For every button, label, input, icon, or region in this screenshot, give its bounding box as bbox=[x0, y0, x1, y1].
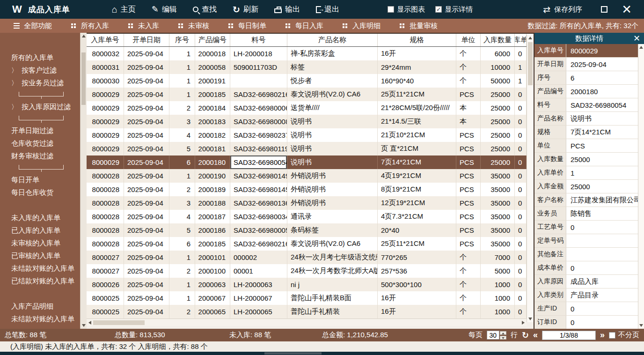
details-value[interactable]: 1 bbox=[566, 166, 638, 179]
table-row[interactable]: 80000262025-09-0412000063LH-2000063ni j5… bbox=[87, 278, 534, 291]
details-value[interactable]: 江苏建发集团有限公司 bbox=[566, 193, 638, 207]
sidebar-item[interactable]: 〉按业务员过滤 bbox=[0, 77, 80, 89]
sidebar-item[interactable]: 未结款对账的入库单 bbox=[0, 313, 80, 325]
column-header[interactable]: 序号 bbox=[169, 34, 195, 46]
sidebar-item[interactable]: 已审核的入库单 bbox=[0, 250, 80, 262]
table-row[interactable]: 80000292025-09-0462000180SAD32-66980054说… bbox=[87, 155, 534, 169]
table-row[interactable]: 80000292025-09-0422000184SAD32-66980006送… bbox=[87, 101, 534, 115]
per-page-input[interactable] bbox=[487, 331, 499, 340]
sidebar-item[interactable]: 仓库收货过滤 bbox=[0, 137, 80, 150]
table-row[interactable]: 80000292025-09-0442000182SAD32-66980237说… bbox=[87, 128, 534, 142]
hscroll-thumb[interactable] bbox=[93, 320, 145, 325]
column-header[interactable]: 单位 bbox=[456, 34, 481, 46]
details-value[interactable] bbox=[566, 234, 638, 247]
unchecked-checkbox-icon[interactable] bbox=[388, 6, 394, 13]
sidebar-item[interactable]: 每日仓库收货 bbox=[0, 186, 80, 199]
toolbar-item-7[interactable]: 批量审核 bbox=[393, 19, 445, 33]
table-row[interactable]: 80000292025-09-0432000183SAD32-66980008说… bbox=[87, 115, 534, 128]
details-value[interactable]: 成品入库 bbox=[566, 275, 638, 288]
column-header[interactable]: 入库单号 bbox=[87, 34, 124, 46]
page-indicator-input[interactable] bbox=[542, 331, 596, 340]
unchecked-checkbox-icon[interactable] bbox=[609, 332, 615, 339]
table-row[interactable]: 80000282025-09-0432000188SAD32-66980136外… bbox=[87, 196, 534, 210]
sidebar-item[interactable]: 〉按客户过滤 bbox=[0, 64, 80, 77]
show-details-toggle[interactable]: ✓显示详情 bbox=[435, 5, 473, 14]
sidebar-item[interactable]: 未入库的入库单 bbox=[0, 212, 80, 224]
toolbar-item-3[interactable]: 未审核 bbox=[171, 19, 216, 33]
table-row[interactable]: 80000282025-09-0462000185SAD32-66980216泰… bbox=[87, 237, 534, 251]
sidebar-item[interactable]: 财务审核过滤 bbox=[0, 150, 80, 163]
scroll-left-icon[interactable] bbox=[88, 321, 91, 325]
column-header[interactable]: 产品名称 bbox=[287, 34, 378, 46]
sidebar-item[interactable]: 未审核的入库单 bbox=[0, 237, 80, 250]
table-row[interactable]: 80000302025-09-0412000191悦步者160*90*40个50… bbox=[87, 74, 534, 88]
toolbar-item-6[interactable]: 入库明细 bbox=[336, 19, 388, 33]
details-value[interactable]: 8000029 bbox=[566, 44, 638, 57]
close-button[interactable]: ✕ bbox=[622, 5, 632, 14]
table-row[interactable]: 80000252025-09-0422000065LH-2000065普陀山手礼… bbox=[87, 305, 534, 318]
details-close-icon[interactable]: ✕ bbox=[633, 33, 640, 44]
menu-item-exit[interactable]: 退出 bbox=[308, 0, 347, 19]
no-paging-toggle[interactable]: 不分页 bbox=[609, 331, 639, 340]
sidebar-item[interactable]: 已入库的入库单 bbox=[0, 224, 80, 237]
vscroll-thumb[interactable] bbox=[528, 42, 533, 85]
details-value[interactable]: 0 bbox=[566, 221, 638, 234]
sidebar-item[interactable]: 〉按入库原因过滤 bbox=[0, 101, 80, 113]
menu-item-home[interactable]: ⌂主页 bbox=[104, 0, 144, 19]
table-vertical-scrollbar[interactable] bbox=[527, 35, 534, 322]
menu-item-print[interactable]: 输出 bbox=[266, 0, 308, 19]
toolbar-item-2[interactable]: 未入库 bbox=[121, 19, 166, 33]
reload-page-icon[interactable]: ↻ bbox=[522, 330, 529, 340]
column-header[interactable]: 开单日期 bbox=[124, 34, 169, 46]
show-chart-toggle[interactable]: 显示图表 bbox=[388, 5, 425, 14]
spin-up-button[interactable] bbox=[500, 331, 506, 335]
table-row[interactable]: 80000292025-09-0452000181SAD32-66980119说… bbox=[87, 142, 534, 155]
details-value[interactable]: 0 bbox=[566, 302, 638, 315]
table-row[interactable]: 80000282025-09-0452000186SAD32-66980005条… bbox=[87, 223, 534, 237]
details-value[interactable]: 说明书 bbox=[566, 112, 638, 125]
details-value[interactable]: 陈销售 bbox=[566, 207, 638, 220]
toolbar-item-5[interactable]: 每日入库 bbox=[278, 19, 330, 33]
details-value[interactable] bbox=[566, 248, 638, 261]
column-header[interactable]: 产品编号 bbox=[195, 34, 230, 46]
table-row[interactable]: 80000272025-09-04220001000000124秋一次月考数学北… bbox=[87, 264, 534, 278]
sidebar-scrollbar[interactable] bbox=[80, 33, 87, 329]
details-value[interactable]: 0 bbox=[566, 316, 638, 329]
sidebar-item[interactable]: 每日开单 bbox=[0, 174, 80, 186]
details-value[interactable]: 25000 bbox=[566, 180, 638, 193]
checked-checkbox-icon[interactable]: ✓ bbox=[435, 6, 442, 13]
sidebar-item[interactable]: 所有的入库单 bbox=[0, 52, 80, 64]
scroll-down-icon[interactable] bbox=[639, 324, 643, 327]
table-horizontal-scrollbar[interactable] bbox=[87, 318, 527, 326]
details-value[interactable]: 产品目录 bbox=[566, 288, 638, 302]
details-value[interactable]: 2025-09-04 bbox=[566, 58, 638, 71]
scroll-up-icon[interactable] bbox=[82, 35, 86, 37]
table-row[interactable]: 80000252025-09-0412000067LH-2000067普陀山手礼… bbox=[87, 291, 534, 305]
sidebar-scroll-thumb[interactable] bbox=[81, 52, 86, 105]
table-row[interactable]: 80000312025-09-04120000585090011703D标签29… bbox=[87, 60, 534, 74]
table-row[interactable]: 80000282025-09-0422000189SAD32-66980145外… bbox=[87, 183, 534, 196]
toolbar-item-4[interactable]: 每日制单 bbox=[221, 19, 273, 33]
table-row[interactable]: 80000272025-09-041200010100000224秋一次月考七年… bbox=[87, 251, 534, 264]
details-value[interactable]: 6 bbox=[566, 71, 638, 84]
scroll-right-icon[interactable] bbox=[522, 321, 525, 325]
table-row[interactable]: 80000292025-09-0412000185SAD32-66980216泰… bbox=[87, 88, 534, 101]
column-header[interactable]: 规格 bbox=[378, 34, 456, 46]
save-column-order-button[interactable]: ⇄ 保存列序 bbox=[543, 4, 582, 15]
first-page-button[interactable]: « bbox=[533, 330, 538, 340]
details-value[interactable]: 25000 bbox=[566, 153, 638, 166]
column-header[interactable]: 料号 bbox=[230, 34, 287, 46]
scroll-down-icon[interactable] bbox=[82, 324, 86, 327]
column-header[interactable]: 入库单价 bbox=[515, 34, 527, 46]
table-row[interactable]: 80000322025-09-0412000018LH-2000018禅-私房茶… bbox=[87, 47, 534, 60]
table-row[interactable]: 80000282025-09-0412000190SAD32-66980149外… bbox=[87, 169, 534, 183]
maximize-button[interactable] bbox=[601, 6, 607, 13]
details-value[interactable]: 7页14*21CM bbox=[566, 126, 638, 139]
scroll-down-icon[interactable] bbox=[528, 318, 532, 320]
menu-item-edit[interactable]: ✎编辑 bbox=[144, 0, 185, 19]
sidebar-item[interactable]: 未结款对账的入库单 bbox=[0, 262, 80, 275]
details-value[interactable]: 0 bbox=[566, 261, 638, 274]
sidebar-item[interactable]: 开单日期过滤 bbox=[0, 125, 80, 137]
toolbar-item-0[interactable]: 全部功能 bbox=[7, 19, 59, 33]
menu-item-refresh[interactable]: ↻刷新 bbox=[225, 0, 266, 19]
